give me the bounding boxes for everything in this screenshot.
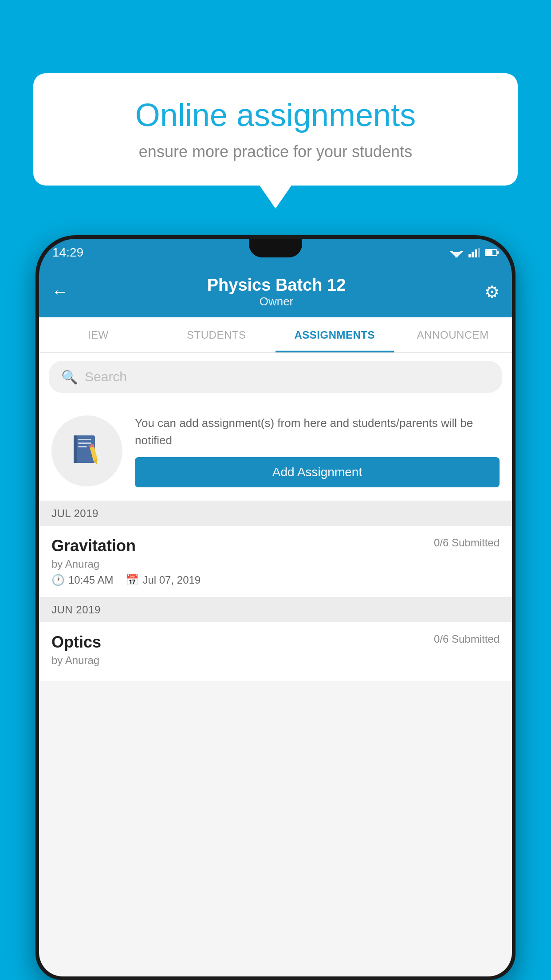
signal-icon	[468, 248, 480, 257]
svg-rect-5	[472, 252, 474, 257]
tab-students[interactable]: STUDENTS	[157, 317, 276, 352]
assignment-by: by Anurag	[51, 558, 500, 570]
calendar-icon: 📅	[126, 574, 139, 586]
assignment-meta: 🕐 10:45 AM 📅 Jul 07, 2019	[51, 574, 500, 586]
tab-assignments[interactable]: ASSIGNMENTS	[276, 317, 394, 352]
header-title: Physics Batch 12	[68, 276, 484, 295]
assignment-item-optics[interactable]: Optics 0/6 Submitted by Anurag	[39, 622, 512, 681]
assignment-name-optics: Optics	[51, 633, 101, 652]
promo-text: You can add assignment(s) from here and …	[135, 415, 500, 449]
meta-date: 📅 Jul 07, 2019	[126, 574, 201, 586]
assignment-by-optics: by Anurag	[51, 654, 500, 667]
header-subtitle: Owner	[68, 295, 484, 308]
wifi-icon	[450, 248, 463, 257]
svg-rect-7	[478, 248, 480, 257]
assignment-item-gravitation[interactable]: Gravitation 0/6 Submitted by Anurag 🕐 10…	[39, 526, 512, 597]
svg-rect-6	[475, 249, 477, 257]
speech-bubble: Online assignments ensure more practice …	[33, 73, 518, 186]
svg-rect-12	[74, 435, 77, 463]
speech-bubble-container: Online assignments ensure more practice …	[33, 73, 518, 186]
svg-rect-13	[78, 439, 91, 440]
clock-icon: 🕐	[51, 574, 65, 586]
section-header-jul: JUL 2019	[39, 501, 512, 526]
notebook-icon	[67, 431, 107, 471]
search-icon: 🔍	[61, 369, 78, 385]
search-input[interactable]: Search	[85, 369, 127, 384]
assignment-submitted: 0/6 Submitted	[434, 537, 500, 549]
tab-announcements[interactable]: ANNOUNCEM	[394, 317, 512, 352]
battery-icon	[485, 249, 499, 257]
app-header: ← Physics Batch 12 Owner ⚙	[39, 266, 512, 317]
assignment-top-optics: Optics 0/6 Submitted	[51, 633, 500, 652]
status-time: 14:29	[52, 245, 83, 260]
assignment-submitted-optics: 0/6 Submitted	[434, 633, 500, 645]
phone-inner: 14:29	[39, 239, 512, 976]
date-value: Jul 07, 2019	[142, 574, 201, 586]
bubble-title: Online assignments	[60, 98, 491, 133]
assignment-top: Gravitation 0/6 Submitted	[51, 537, 500, 555]
meta-time: 🕐 10:45 AM	[51, 574, 113, 586]
svg-rect-9	[497, 251, 499, 254]
status-icons	[450, 248, 499, 257]
add-assignment-promo: You can add assignment(s) from here and …	[39, 401, 512, 501]
svg-rect-4	[468, 254, 471, 257]
search-bar[interactable]: 🔍 Search	[49, 361, 502, 393]
bubble-subtitle: ensure more practice for your students	[60, 142, 491, 161]
back-button[interactable]: ←	[51, 282, 68, 301]
phone-frame: 14:29	[35, 235, 516, 980]
gear-icon[interactable]: ⚙	[484, 282, 500, 302]
svg-rect-15	[78, 446, 87, 447]
status-bar: 14:29	[39, 239, 512, 266]
header-title-group: Physics Batch 12 Owner	[68, 276, 484, 308]
section-header-jun: JUN 2019	[39, 597, 512, 622]
add-assignment-button[interactable]: Add Assignment	[135, 457, 500, 487]
promo-right: You can add assignment(s) from here and …	[135, 415, 500, 487]
notch	[249, 239, 302, 257]
tab-iew[interactable]: IEW	[39, 317, 157, 352]
tabs-bar: IEW STUDENTS ASSIGNMENTS ANNOUNCEM	[39, 317, 512, 353]
time-value: 10:45 AM	[68, 574, 113, 586]
screen-content: 🔍 Search	[39, 353, 512, 976]
search-container: 🔍 Search	[39, 353, 512, 401]
svg-rect-10	[486, 250, 492, 255]
svg-rect-14	[78, 443, 91, 444]
promo-icon-circle	[51, 415, 122, 486]
assignment-name: Gravitation	[51, 537, 136, 555]
